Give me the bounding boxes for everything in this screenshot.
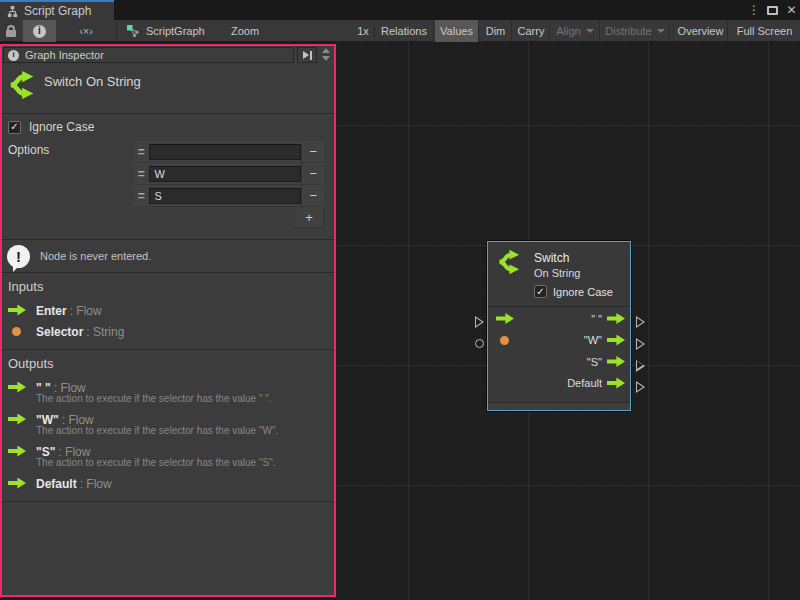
warning-text: Node is never entered. — [40, 250, 151, 262]
drag-handle-icon[interactable]: = — [133, 189, 149, 203]
switch-icon — [9, 70, 39, 100]
graph-breadcrumb[interactable]: ScriptGraph — [126, 20, 226, 42]
graph-name-label: ScriptGraph — [146, 25, 205, 37]
chevron-down-icon — [657, 29, 665, 33]
port-triangle-icon[interactable] — [636, 381, 645, 393]
ignore-case-label: Ignore Case — [29, 120, 94, 134]
port-triangle-icon[interactable] — [636, 360, 645, 372]
input-port-row: Enter: Flow — [8, 301, 102, 319]
warning-icon: ! — [7, 245, 30, 268]
output-port-description: The action to execute if the selector ha… — [36, 457, 275, 468]
output-port-description: The action to execute if the selector ha… — [36, 425, 278, 436]
zoom-value: 1x — [354, 20, 372, 42]
relations-button[interactable]: Relations — [374, 20, 434, 42]
lock-icon — [6, 25, 16, 37]
add-option-button[interactable]: + — [294, 207, 324, 228]
remove-option-button[interactable]: − — [301, 163, 324, 185]
input-port-row: Selector: String — [12, 322, 124, 340]
value-dot-icon — [12, 327, 21, 336]
option-row: = − — [133, 163, 324, 185]
toolbar-divider — [116, 22, 117, 40]
hierarchy-icon — [6, 5, 19, 18]
option-input[interactable] — [149, 166, 301, 182]
overview-button[interactable]: Overview — [673, 20, 728, 42]
code-icon: ‹×› — [79, 25, 93, 37]
node-header: Switch On String ✓ Ignore Case — [488, 242, 630, 307]
option-input[interactable] — [149, 144, 301, 160]
node-subtitle: On String — [534, 267, 580, 279]
flow-arrow-icon — [8, 382, 26, 393]
tab-script-graph[interactable]: Script Graph — [0, 0, 114, 20]
switch-icon — [497, 249, 525, 275]
dock-button[interactable] — [297, 47, 317, 63]
scroll-spinner — [319, 46, 334, 64]
code-view-button[interactable]: ‹×› — [60, 20, 112, 42]
option-input[interactable] — [149, 188, 301, 204]
node-output-label: "W" — [584, 334, 602, 346]
info-icon: i — [33, 25, 46, 38]
port-triangle-icon[interactable] — [475, 316, 484, 328]
flow-input-port[interactable] — [496, 313, 514, 324]
window-controls: ⋮ ✕ — [748, 0, 798, 20]
maximize-icon[interactable] — [767, 6, 778, 15]
flow-output-port[interactable] — [607, 335, 625, 346]
options-label: Options — [8, 143, 49, 157]
output-port-row: Default: Flow — [8, 474, 112, 492]
switch-on-string-node[interactable]: Switch On String ✓ Ignore Case " " "W" — [487, 241, 631, 411]
script-graph-window: Script Graph ⋮ ✕ i ‹×› ScriptGraph — [0, 0, 800, 600]
inputs-heading: Inputs — [8, 279, 43, 294]
separator — [2, 349, 334, 350]
flow-output-port[interactable] — [607, 356, 625, 367]
flow-arrow-icon — [8, 446, 26, 457]
tab-label: Script Graph — [24, 4, 91, 18]
close-icon[interactable]: ✕ — [785, 3, 798, 17]
node-output-label: Default — [567, 377, 602, 389]
node-footer — [488, 402, 630, 410]
align-dropdown[interactable]: Align — [551, 20, 600, 42]
tab-bar: Script Graph ⋮ ✕ — [0, 0, 800, 20]
selected-node-title: Switch On String — [44, 74, 141, 89]
value-input-port[interactable] — [500, 336, 509, 345]
info-icon: i — [8, 50, 19, 61]
values-button[interactable]: Values — [435, 20, 479, 42]
remove-option-button[interactable]: − — [301, 185, 324, 207]
warning-row: ! Node is never entered. — [7, 243, 151, 269]
scroll-up-icon[interactable] — [322, 48, 330, 53]
ignore-case-checkbox[interactable]: ✓ — [8, 121, 21, 134]
dim-button[interactable]: Dim — [480, 20, 512, 42]
lock-button[interactable] — [0, 20, 22, 42]
port-circle-icon[interactable] — [475, 339, 484, 348]
flow-arrow-icon — [8, 414, 26, 425]
separator — [2, 272, 334, 273]
node-ignore-case-checkbox[interactable]: ✓ — [534, 285, 547, 298]
flow-output-port[interactable] — [607, 313, 625, 324]
carry-button[interactable]: Carry — [513, 20, 550, 42]
outputs-heading: Outputs — [8, 356, 54, 371]
options-list: = − = − = − + — [133, 141, 324, 228]
fullscreen-button[interactable]: Full Screen — [729, 20, 800, 42]
node-output-label: " " — [591, 313, 602, 325]
port-triangle-icon[interactable] — [636, 338, 645, 350]
remove-option-button[interactable]: − — [301, 141, 324, 163]
graph-toolbar: i ‹×› ScriptGraph Zoom 1x Relations Valu… — [0, 20, 800, 42]
dock-icon — [303, 51, 309, 59]
node-body: " " "W" "S" Default — [488, 308, 630, 394]
node-output-label: "S" — [587, 356, 602, 368]
zoom-label: Zoom — [228, 20, 262, 42]
menu-icon[interactable]: ⋮ — [748, 3, 760, 17]
graph-canvas[interactable]: Switch On String ✓ Ignore Case " " "W" — [336, 42, 800, 600]
inspector-toggle-button[interactable]: i — [23, 20, 56, 42]
scroll-down-icon[interactable] — [322, 56, 330, 61]
flow-output-port[interactable] — [607, 378, 625, 389]
graph-inspector-panel: i Graph Inspector Switch On String — [0, 44, 336, 597]
drag-handle-icon[interactable]: = — [133, 167, 149, 181]
option-row: = − — [133, 141, 324, 163]
output-port-description: The action to execute if the selector ha… — [36, 393, 272, 404]
node-ignore-case-label: Ignore Case — [553, 286, 613, 298]
port-triangle-icon[interactable] — [636, 316, 645, 328]
separator — [2, 113, 334, 114]
inspector-title: Graph Inspector — [25, 49, 104, 61]
distribute-dropdown[interactable]: Distribute — [601, 20, 670, 42]
node-title: Switch — [534, 251, 569, 265]
drag-handle-icon[interactable]: = — [133, 145, 149, 159]
